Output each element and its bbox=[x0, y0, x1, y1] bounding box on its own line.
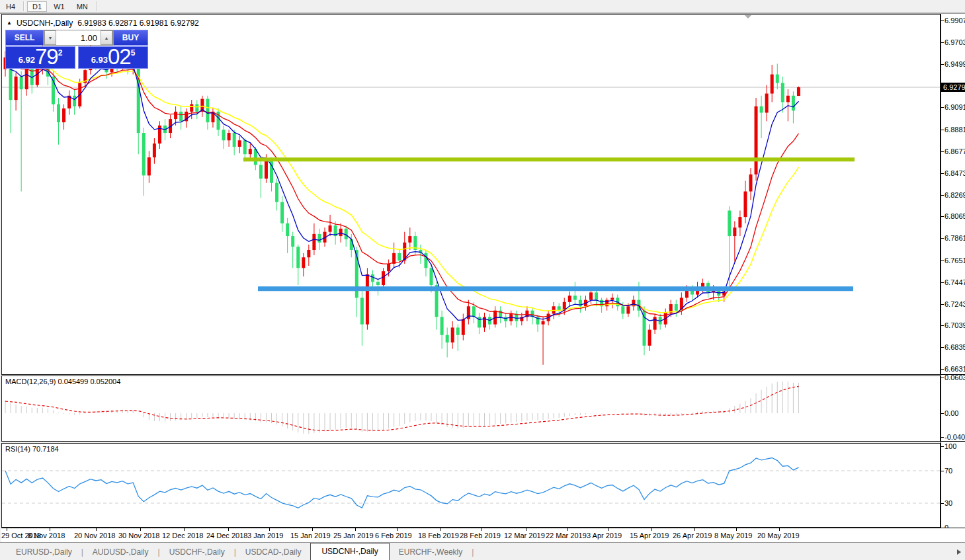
axis-tick bbox=[941, 107, 944, 108]
date-axis-label: 24 Dec 2018 bbox=[206, 532, 247, 540]
rsi-chart[interactable] bbox=[2, 444, 940, 527]
candle-body bbox=[456, 327, 460, 335]
date-axis-label: 15 Jan 2019 bbox=[290, 532, 331, 540]
candle-body bbox=[738, 217, 741, 227]
candle-body bbox=[451, 327, 454, 342]
timeframe-d1-button[interactable]: D1 bbox=[27, 1, 47, 12]
resistance-line[interactable] bbox=[243, 157, 855, 161]
candle-body bbox=[238, 140, 241, 147]
price-axis[interactable]: 6.990706.970306.949906.909106.888106.867… bbox=[941, 14, 965, 528]
toolbar-separator bbox=[23, 1, 24, 11]
candle-body bbox=[307, 250, 310, 257]
candle-body bbox=[743, 192, 747, 218]
buy-price-sup: 5 bbox=[131, 49, 136, 57]
date-tick bbox=[567, 528, 568, 531]
candle-body bbox=[195, 104, 198, 112]
candle-body bbox=[771, 75, 774, 94]
candle-body bbox=[296, 247, 300, 268]
macd-signal-line bbox=[5, 386, 799, 430]
tab-usdchf-daily[interactable]: USDCHF-,Daily bbox=[160, 545, 234, 560]
tab-scroll-icon[interactable] bbox=[957, 549, 961, 555]
candle-body bbox=[174, 112, 177, 119]
candle-body bbox=[142, 133, 146, 175]
candle-body bbox=[621, 306, 624, 313]
price-axis-label: 6.66310 bbox=[944, 365, 965, 373]
candle-body bbox=[589, 292, 593, 300]
candle-body bbox=[339, 229, 343, 236]
axis-tick bbox=[941, 130, 944, 130]
axis-tick bbox=[941, 42, 944, 43]
price-axis-label: 6.99070 bbox=[944, 17, 965, 24]
support-line[interactable] bbox=[258, 286, 853, 291]
date-tick bbox=[526, 528, 526, 531]
candle-body bbox=[280, 202, 284, 223]
candle-body bbox=[755, 106, 758, 175]
axis-tick bbox=[941, 347, 944, 348]
price-axis-label: 6.68350 bbox=[944, 343, 965, 351]
price-axis-label: 6.97030 bbox=[944, 38, 965, 46]
date-tick bbox=[96, 528, 97, 531]
date-tick bbox=[7, 528, 7, 531]
volume-stepper[interactable]: ▼ 1.00 ▲ bbox=[44, 30, 113, 46]
timeframe-w1-button[interactable]: W1 bbox=[48, 1, 70, 12]
price-axis-label: 6.90910 bbox=[944, 103, 965, 111]
candle-body bbox=[376, 282, 380, 285]
axis-tick bbox=[941, 173, 944, 174]
macd-panel[interactable] bbox=[1, 376, 941, 442]
tab-audusd-daily[interactable]: AUDUSD-,Daily bbox=[83, 545, 158, 560]
date-tick bbox=[608, 528, 609, 531]
tab-eurchf-weekly[interactable]: EURCHF-,Weekly bbox=[390, 545, 472, 560]
price-axis-label: 6.80650 bbox=[944, 212, 965, 220]
candle-body bbox=[190, 104, 193, 112]
candle-body bbox=[579, 300, 582, 307]
chart-shift-marker-icon[interactable] bbox=[745, 15, 751, 19]
axis-tick bbox=[941, 503, 944, 504]
date-axis[interactable]: 29 Oct 20188 Nov 201820 Nov 201830 Nov 2… bbox=[1, 528, 965, 542]
timeframe-mn-button[interactable]: MN bbox=[71, 1, 93, 12]
sell-price-box[interactable]: 6.92 79 2 bbox=[5, 46, 75, 69]
axis-tick bbox=[941, 325, 944, 326]
date-axis-label: 8 May 2019 bbox=[714, 532, 752, 540]
candle-body bbox=[15, 77, 18, 100]
volume-decrease-button[interactable]: ▼ bbox=[44, 30, 56, 45]
chart-tab-bar: EURUSD-,Daily|AUDUSD-,Daily|USDCHF-,Dail… bbox=[0, 542, 965, 560]
buy-button[interactable]: BUY bbox=[113, 30, 148, 46]
sell-button[interactable]: SELL bbox=[5, 30, 44, 46]
tab-eurusd-daily[interactable]: EURUSD-,Daily bbox=[7, 545, 81, 560]
collapse-arrow-icon[interactable]: ▲ bbox=[7, 20, 12, 26]
candle-body bbox=[312, 234, 315, 250]
candle-body bbox=[20, 77, 23, 89]
one-click-trading-panel: SELL ▼ 1.00 ▲ BUY 6.92 79 2 6.93 02 5 bbox=[5, 30, 148, 69]
candle-body bbox=[366, 274, 369, 325]
tab-usdcad-daily[interactable]: USDCAD-,Daily bbox=[236, 545, 311, 560]
price-axis-label: 6.74470 bbox=[944, 278, 965, 286]
candle-body bbox=[430, 268, 433, 285]
volume-input[interactable]: 1.00 bbox=[56, 30, 101, 45]
date-axis-label: 20 May 2019 bbox=[757, 532, 800, 540]
current-price-tag: 6.92792 bbox=[941, 83, 965, 92]
buy-price-base: 6.93 bbox=[91, 54, 108, 67]
timeframe-h4-button[interactable]: H4 bbox=[1, 1, 21, 12]
candle-body bbox=[728, 210, 731, 236]
candle-body bbox=[265, 159, 268, 179]
candle-body bbox=[595, 292, 598, 300]
rsi-panel[interactable] bbox=[1, 443, 941, 528]
period-toolbar: H4 D1 W1 MN bbox=[0, 0, 965, 13]
axis-tick bbox=[941, 238, 944, 239]
price-axis-label: 6.82690 bbox=[944, 191, 965, 199]
candle-body bbox=[345, 229, 348, 239]
candle-body bbox=[57, 104, 60, 122]
volume-increase-button[interactable]: ▲ bbox=[101, 30, 112, 45]
axis-tick bbox=[941, 216, 944, 217]
axis-tick bbox=[941, 413, 944, 414]
price-axis-label: 6.70390 bbox=[944, 321, 965, 329]
buy-price-box[interactable]: 6.93 02 5 bbox=[78, 46, 148, 69]
tab-usdcnh-daily[interactable]: USDCNH-,Daily bbox=[310, 543, 389, 560]
macd-chart[interactable] bbox=[2, 376, 940, 441]
candle-body bbox=[25, 69, 28, 90]
candle-body bbox=[446, 335, 449, 342]
candle-body bbox=[472, 306, 476, 317]
candle-body bbox=[573, 296, 577, 300]
tab-separator: | bbox=[472, 547, 474, 560]
date-tick bbox=[50, 528, 50, 531]
